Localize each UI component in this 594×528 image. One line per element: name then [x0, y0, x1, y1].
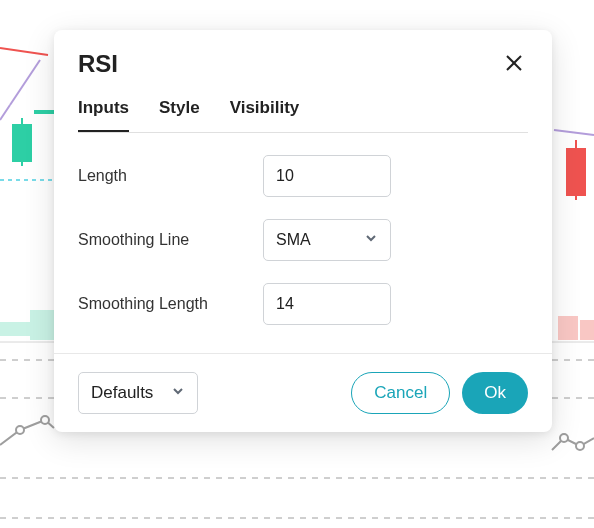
svg-rect-11 — [30, 310, 54, 340]
label-smoothing-line: Smoothing Line — [78, 231, 263, 249]
label-length: Length — [78, 167, 263, 185]
row-smoothing-line: Smoothing Line SMA — [78, 219, 528, 261]
svg-rect-10 — [0, 322, 30, 336]
svg-line-1 — [10, 60, 40, 105]
tab-style[interactable]: Style — [159, 98, 200, 132]
defaults-dropdown[interactable]: Defaults — [78, 372, 198, 414]
svg-line-3 — [554, 130, 594, 135]
tab-bar: Inputs Style Visibility — [78, 90, 528, 133]
select-smoothing-line[interactable]: SMA — [263, 219, 391, 261]
svg-rect-12 — [558, 316, 578, 340]
chevron-down-icon — [171, 383, 185, 403]
input-length-value: 10 — [276, 167, 294, 185]
svg-line-2 — [0, 48, 48, 55]
indicator-settings-dialog: RSI Inputs Style Visibility Length 10 Sm… — [54, 30, 552, 432]
row-length: Length 10 — [78, 155, 528, 197]
chevron-down-icon — [364, 231, 378, 249]
input-length[interactable]: 10 — [263, 155, 391, 197]
input-smoothing-length-value: 14 — [276, 295, 294, 313]
svg-line-0 — [0, 105, 10, 120]
svg-rect-7 — [34, 110, 54, 114]
tab-inputs[interactable]: Inputs — [78, 98, 129, 132]
input-smoothing-length[interactable]: 14 — [263, 283, 391, 325]
ok-button[interactable]: Ok — [462, 372, 528, 414]
close-icon — [504, 53, 524, 76]
svg-rect-13 — [580, 320, 594, 340]
svg-point-19 — [16, 426, 24, 434]
dialog-header: RSI — [54, 30, 552, 90]
row-smoothing-length: Smoothing Length 14 — [78, 283, 528, 325]
select-smoothing-line-value: SMA — [276, 231, 311, 249]
label-smoothing-length: Smoothing Length — [78, 295, 263, 313]
dialog-title: RSI — [78, 50, 118, 78]
defaults-label: Defaults — [91, 383, 153, 403]
svg-point-21 — [560, 434, 568, 442]
dialog-body: Length 10 Smoothing Line SMA Smoothing L… — [54, 133, 552, 353]
svg-point-20 — [41, 416, 49, 424]
tab-visibility[interactable]: Visibility — [230, 98, 300, 132]
footer-actions: Cancel Ok — [351, 372, 528, 414]
svg-point-22 — [576, 442, 584, 450]
cancel-button[interactable]: Cancel — [351, 372, 450, 414]
dialog-footer: Defaults Cancel Ok — [54, 353, 552, 432]
close-button[interactable] — [500, 50, 528, 78]
